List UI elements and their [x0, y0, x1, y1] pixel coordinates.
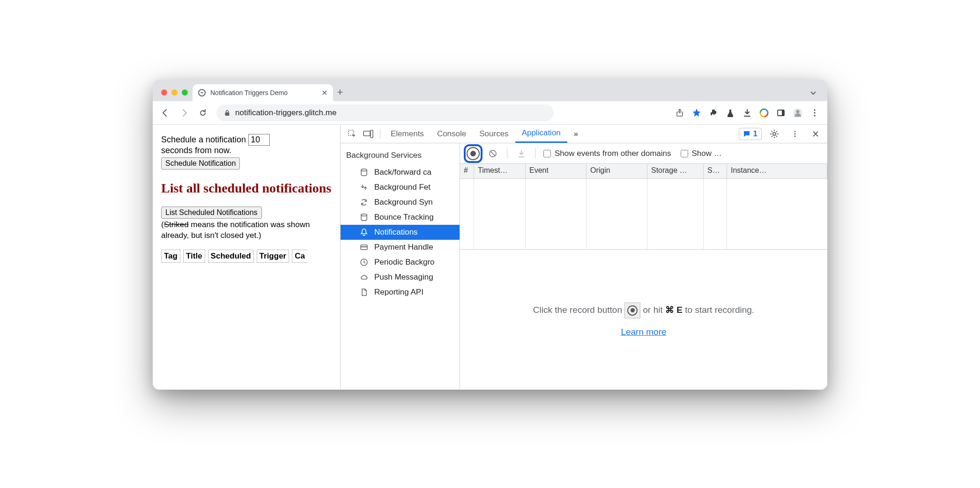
svg-rect-14	[364, 131, 370, 136]
seconds-input[interactable]	[248, 134, 270, 146]
database-icon	[359, 213, 369, 222]
empty-state: Click the record button or hit ⌘ E to st…	[460, 249, 827, 390]
empty-message: Click the record button or hit ⌘ E to st…	[533, 303, 754, 318]
google-icon[interactable]	[759, 108, 769, 118]
th-title: Title	[183, 250, 205, 263]
devtools-kebab-icon[interactable]	[787, 126, 803, 142]
sidebar-item-bgfetch[interactable]: Background Fet	[341, 180, 460, 195]
show-other-domains-checkbox[interactable]: Show events from other domains	[543, 149, 671, 158]
tab-console[interactable]: Console	[431, 125, 473, 143]
schedule-row: Schedule a notification seconds from now…	[161, 134, 332, 155]
sidebar-item-bounce[interactable]: Bounce Tracking	[341, 210, 460, 225]
window-controls	[156, 89, 193, 101]
web-page: Schedule a notification seconds from now…	[153, 125, 340, 390]
th-scheduled: Scheduled	[208, 250, 254, 263]
devtools-main: Show events from other domains Show … # …	[460, 143, 827, 390]
tab-elements[interactable]: Elements	[384, 125, 431, 143]
page-heading: List all scheduled notifications	[161, 180, 332, 196]
svg-point-18	[794, 133, 795, 134]
file-icon	[359, 288, 369, 296]
maximize-window-button[interactable]	[182, 89, 188, 96]
close-devtools-icon[interactable]	[808, 126, 824, 142]
list-notifications-button[interactable]: List Scheduled Notifications	[161, 207, 262, 219]
col-num[interactable]: #	[460, 164, 474, 178]
card-icon	[359, 243, 369, 251]
tab-sources[interactable]: Sources	[473, 125, 515, 143]
striked-note: (Striked means the notification was show…	[161, 220, 332, 241]
page-table-header: Tag Title Scheduled Trigger Ca	[161, 250, 332, 263]
inspect-element-icon[interactable]	[344, 126, 360, 142]
schedule-label-pre: Schedule a notification	[161, 135, 246, 144]
sidebar-group-title: Background Services	[341, 148, 460, 165]
browser-tab[interactable]: Notification Triggers Demo ✕	[193, 84, 333, 101]
col-event[interactable]: Event	[526, 164, 587, 178]
database-icon	[359, 168, 369, 177]
sidebar-item-reporting[interactable]: Reporting API	[341, 285, 460, 300]
sidebar-item-bfcache[interactable]: Back/forward ca	[341, 165, 460, 180]
learn-more-link[interactable]: Learn more	[621, 327, 666, 337]
minimize-window-button[interactable]	[171, 89, 178, 96]
forward-button[interactable]	[176, 105, 192, 121]
fetch-icon	[359, 183, 369, 192]
tabs-dropdown-icon[interactable]	[809, 89, 824, 101]
sidebar-item-notifications[interactable]: Notifications	[341, 225, 460, 240]
bookmark-star-icon[interactable]	[691, 108, 702, 118]
svg-point-17	[794, 131, 795, 132]
tabs-overflow[interactable]: »	[567, 125, 585, 143]
share-icon[interactable]	[675, 108, 685, 118]
close-tab-icon[interactable]: ✕	[321, 89, 327, 97]
clock-icon	[359, 258, 369, 266]
clear-icon[interactable]	[486, 147, 499, 160]
reload-button[interactable]	[195, 105, 211, 121]
events-table-header: # Timest… Event Origin Storage … S… Inst…	[460, 164, 827, 179]
chat-icon	[743, 130, 750, 138]
extensions-icon[interactable]	[708, 108, 719, 118]
profile-avatar-icon[interactable]	[793, 108, 803, 118]
back-button[interactable]	[157, 105, 173, 121]
sidebar-item-bgsync[interactable]: Background Syn	[341, 195, 460, 210]
sidebar-item-push[interactable]: Push Messaging	[341, 270, 460, 285]
url-text: notification-triggers.glitch.me	[235, 108, 336, 118]
downloads-icon[interactable]	[742, 108, 752, 118]
tab-application[interactable]: Application	[515, 125, 567, 143]
issues-count: 1	[753, 129, 757, 139]
new-tab-button[interactable]: +	[333, 86, 347, 101]
svg-rect-23	[361, 246, 367, 247]
svg-point-9	[796, 110, 799, 113]
th-tag: Tag	[161, 250, 180, 263]
svg-point-11	[814, 112, 816, 114]
labs-icon[interactable]	[725, 108, 735, 118]
svg-point-21	[361, 214, 367, 216]
issues-chip[interactable]: 1	[739, 128, 762, 140]
svg-point-20	[361, 169, 367, 171]
svg-rect-15	[371, 130, 373, 138]
sidebar-item-periodic[interactable]: Periodic Backgro	[341, 255, 460, 270]
schedule-button[interactable]: Schedule Notification	[161, 157, 240, 170]
globe-icon	[198, 89, 206, 96]
col-scope[interactable]: S…	[704, 164, 727, 178]
schedule-label-post: seconds from now.	[161, 146, 332, 155]
svg-point-10	[814, 109, 816, 111]
bell-icon	[359, 228, 369, 237]
show-truncated-checkbox[interactable]: Show …	[681, 149, 722, 158]
device-toolbar-icon[interactable]	[360, 126, 376, 142]
settings-gear-icon[interactable]	[766, 126, 782, 142]
col-timestamp[interactable]: Timest…	[474, 164, 526, 178]
record-button[interactable]	[467, 147, 480, 160]
record-icon	[624, 303, 640, 318]
svg-rect-7	[782, 110, 784, 116]
sidepanel-icon[interactable]	[776, 108, 786, 118]
record-button-highlight	[464, 144, 483, 163]
col-storage[interactable]: Storage …	[647, 164, 704, 178]
browser-toolbar: notification-triggers.glitch.me	[153, 101, 827, 125]
kebab-menu-icon[interactable]	[809, 108, 820, 118]
events-table-body	[460, 179, 827, 249]
save-icon[interactable]	[515, 147, 528, 160]
toolbar-right	[675, 108, 823, 118]
recording-toolbar: Show events from other domains Show …	[460, 143, 827, 164]
address-bar[interactable]: notification-triggers.glitch.me	[216, 104, 554, 121]
col-origin[interactable]: Origin	[587, 164, 647, 178]
col-instance[interactable]: Instance…	[727, 164, 827, 178]
sidebar-item-payment[interactable]: Payment Handle	[341, 240, 460, 255]
close-window-button[interactable]	[161, 89, 167, 96]
